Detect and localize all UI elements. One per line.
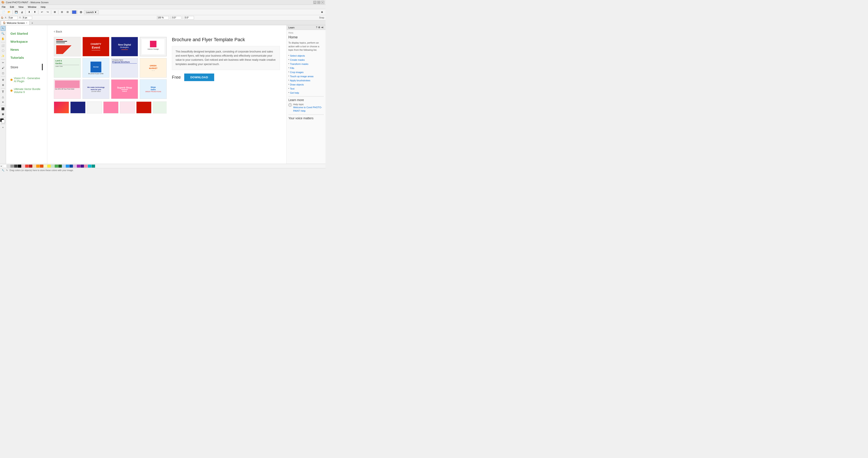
pen-tool[interactable]: ✒ [1,100,5,104]
palette-color-ltgray[interactable] [7,165,10,168]
palette-color-pink[interactable] [84,165,88,168]
palette-color-purple[interactable] [77,165,80,168]
palette-color-gray[interactable] [10,165,14,168]
crop-tool[interactable]: ✂ [1,60,5,65]
palette-color-ltblue[interactable] [62,165,65,168]
menu-help[interactable]: Help [40,5,46,9]
palette-color-cyan[interactable] [88,165,91,168]
plus-btn[interactable]: + [319,10,324,14]
select-tool[interactable]: ↖ [1,26,5,31]
palette-color-green[interactable] [55,165,58,168]
palette-color-dkgreen[interactable] [58,165,62,168]
palette-color-dkblue[interactable] [69,165,73,168]
menu-file[interactable]: File [1,5,6,9]
template-thumb-12[interactable]: Mega Sales GREAT PROMOTIONS [140,79,167,99]
gradient-tool[interactable]: ▣ [1,112,5,117]
template-thumb-7[interactable]: Company Name Proposal Brochure [111,58,138,78]
link-draw-objects-anchor[interactable]: Draw objects [290,83,304,86]
thumb-2[interactable] [70,101,86,113]
eraser-tool[interactable]: ◻ [1,71,5,75]
angle-input[interactable] [184,16,194,20]
maximize-btn[interactable]: □ [317,1,320,4]
link-fills-anchor[interactable]: Fills [290,66,294,70]
thumb-3[interactable] [87,101,102,113]
align-btn[interactable]: ⊟ [59,10,64,14]
thumb-6[interactable] [136,101,152,113]
template-thumb-6[interactable]: Dental Be proud of your smile [83,58,110,78]
magic-wand-tool[interactable]: ✨ [1,54,5,58]
add-tab-btn[interactable]: + [30,21,34,25]
heal-tool[interactable]: ⊗ [1,83,5,88]
palette-color-ltred[interactable] [22,165,25,168]
open-btn[interactable]: 📂 [6,10,12,14]
palette-color-yellow[interactable] [47,165,51,168]
palette-color-ltyellow[interactable] [43,165,47,168]
y-input[interactable] [22,16,32,20]
close-btn[interactable]: × [321,1,324,4]
thumb-7[interactable] [153,101,167,113]
shape-tool[interactable]: △ [1,95,5,99]
text-tool[interactable]: T [1,89,5,94]
palette-color-blue[interactable] [66,165,69,168]
palette-color-black[interactable] [18,165,21,168]
menu-edit[interactable]: Edit [9,5,15,9]
extra-tool[interactable]: + [1,125,5,130]
template-thumb-9[interactable]: Get 25% Off Your First Order [54,79,81,99]
template-thumb-4[interactable]: Interior Design [140,37,167,56]
export-btn[interactable]: ⬆ [32,10,37,14]
color-swatches[interactable] [0,119,5,123]
x-input[interactable] [8,16,18,20]
pan-tool[interactable]: ✋ [1,36,5,41]
lasso-tool[interactable]: 〇 [1,48,5,53]
sidebar-item-vector-bundle[interactable]: Ultimate Vector Bundle Volume 9 [6,86,47,95]
palette-color-teal[interactable] [92,165,95,168]
palette-color-dkgray[interactable] [14,165,18,168]
learn-icon-2[interactable]: ⚙ [318,26,320,29]
palette-color-ltorange[interactable] [33,165,36,168]
import-btn[interactable]: ⬇ [27,10,32,14]
palette-color-dkorange[interactable] [40,165,43,168]
menu-window[interactable]: Window [27,5,37,9]
template-thumb-2[interactable]: CHARITY Event [83,37,110,56]
palette-color-dkred[interactable] [29,165,32,168]
sidebar-item-get-started[interactable]: Get Started [6,30,47,37]
menu-view[interactable]: View [18,5,25,9]
sidebar-item-store[interactable]: Store [6,62,47,72]
close-tab-btn[interactable]: ✕ [26,22,28,24]
settings-btn[interactable]: ⚙ [78,10,84,14]
panel-collapse[interactable]: ≪ [321,26,324,29]
rect-select-tool[interactable]: ⬜ [1,43,5,48]
link-select-objects-anchor[interactable]: Select objects [290,54,305,58]
thumb-5[interactable] [120,101,135,113]
clone-tool[interactable]: ⊕ [1,77,5,82]
sidebar-item-tutorials[interactable]: Tutorials [6,54,47,62]
color-swatch[interactable] [72,10,76,14]
link-create-masks-anchor[interactable]: Create masks [290,58,305,62]
link-text-anchor[interactable]: Text [290,87,294,91]
palette-color-white[interactable] [3,165,6,168]
welcome-tab[interactable]: 🏠 Welcome Screen ✕ [1,21,30,25]
palette-color-orange[interactable] [36,165,40,168]
brush-tool[interactable]: 🖌 [1,65,5,70]
template-thumb-11[interactable]: Superb Shop SALE [111,79,138,99]
new-btn[interactable]: 📄 [1,10,6,14]
sidebar-item-news[interactable]: News [6,45,47,54]
back-button[interactable]: ‹ Back [54,30,280,33]
link-get-help-anchor[interactable]: Get help [290,91,299,95]
learn-icon-1[interactable]: ? [316,26,317,29]
link-crop-images-anchor[interactable]: Crop images [290,70,304,74]
template-thumb-8[interactable]: GREEK MARKET ←→ [140,58,167,78]
undo-btn[interactable]: ↩ [39,10,44,14]
zoom-input[interactable] [157,16,169,20]
template-thumb-1[interactable] [54,37,81,56]
download-button[interactable]: DOWNLOAD [184,73,214,81]
transform-btn[interactable]: ⊞ [52,10,57,14]
sidebar-item-vision-fx[interactable]: Vision FX - Generative AI Plugin [6,75,47,85]
link-transform-masks-anchor[interactable]: Transform masks [290,62,309,66]
background-color[interactable] [2,120,5,123]
distribute-btn[interactable]: ⊟ [65,10,70,14]
thumb-4[interactable] [103,101,119,113]
help-link[interactable]: Welcome to Corel PHOTO-PAINT Help [293,106,322,112]
save-btn[interactable]: 💾 [14,10,19,14]
palette-color-ltgreen[interactable] [51,165,55,168]
